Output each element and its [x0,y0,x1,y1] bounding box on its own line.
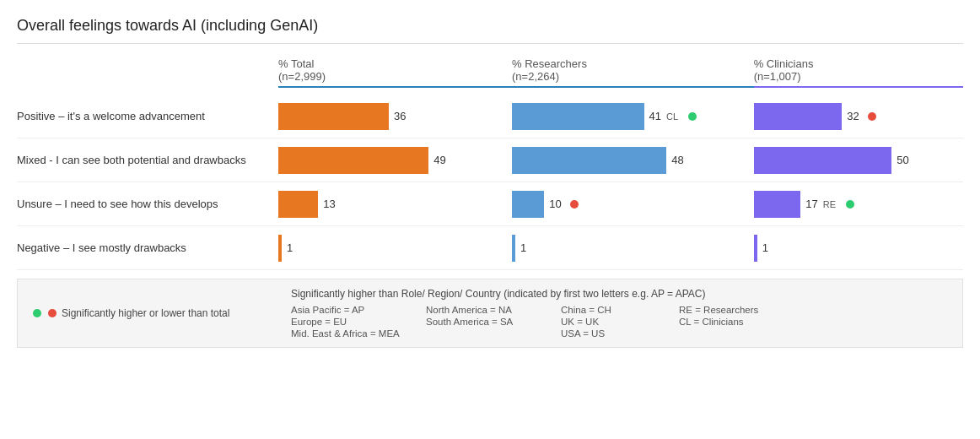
sig-header: Significantly higher than Role/ Region/ … [291,288,950,300]
total-bar [278,235,282,262]
chart-title: Overall feelings towards AI (including G… [17,17,963,44]
researchers-bar [512,235,515,262]
chart-row: Mixed - I can see both potential and dra… [17,138,963,182]
clinicians-bar [754,191,801,218]
total-value: 1 [287,241,293,254]
bar-section-clinicians: 32 [754,103,963,130]
col-header-total: % Total (n=2,999) [278,57,512,88]
legend-item: South America = SA [426,317,561,327]
legend-item: North America = NA [426,305,561,315]
chart-row: Unsure – I need to see how this develops… [17,182,963,226]
clinicians-dot [846,200,854,209]
legend-item: USA = US [561,328,679,339]
legend-right: Significantly higher than Role/ Region/ … [291,288,950,339]
chart-container: Overall feelings towards AI (including G… [0,0,980,356]
researchers-value: 48 [671,154,683,166]
chart-row: Negative – I see mostly drawbacks111 [17,226,963,270]
clinicians-bar [754,147,892,174]
legend-sig: Significantly higher or lower than total [30,288,291,339]
sig-label: Significantly higher or lower than total [62,307,229,319]
clinicians-bar [754,235,757,262]
legend-item: CL = Clinicians [679,317,831,327]
total-value: 49 [433,154,445,166]
legend-item: Mid. East & Africa = MEA [291,328,426,339]
legend-grid: Asia Pacific = APNorth America = NAChina… [291,305,950,339]
total-bar [278,103,389,130]
clinicians-value: 32 [847,110,859,122]
chart-row: Positive – it's a welcome advancement364… [17,95,963,138]
col-header-clinicians: % Clinicians (n=1,007) [754,57,963,88]
row-label: Positive – it's a welcome advancement [17,110,278,122]
bar-section-researchers: 1 [512,235,754,262]
bar-section-researchers: 48 [512,147,754,174]
dot-green [33,309,41,317]
total-bar [278,147,428,174]
clinicians-dot [868,112,876,121]
researchers-value: 1 [520,241,526,254]
total-value: 13 [323,198,335,210]
legend-item: UK = UK [561,317,679,327]
legend-item: China = CH [561,305,679,315]
row-label: Mixed - I can see both potential and dra… [17,154,278,166]
clinicians-sub: (n=1,007) [754,70,801,83]
row-label: Unsure – I need to see how this develops [17,198,278,210]
total-sub: (n=2,999) [278,70,326,83]
clinicians-label: % Clinicians [754,57,814,70]
legend-item: Europe = EU [291,317,426,327]
clinicians-value: 1 [762,241,768,254]
clinicians-value: 17 [805,198,817,210]
bar-section-total: 13 [278,191,512,218]
total-label: % Total [278,57,314,70]
legend-item: Asia Pacific = AP [291,305,426,315]
legend-item: RE = Researchers [679,305,831,315]
bar-section-researchers: 41CL [512,103,754,130]
row-label: Negative – I see mostly drawbacks [17,241,278,254]
researchers-bar [512,191,544,218]
researchers-dot [570,200,579,209]
chart-header-row: % Total (n=2,999) % Researchers (n=2,264… [17,57,963,88]
researchers-label: % Researchers [512,57,587,70]
total-value: 36 [394,110,406,122]
chart-body: Positive – it's a welcome advancement364… [17,95,963,270]
legend-item [679,328,831,339]
clinicians-bar [754,103,843,130]
bar-section-clinicians: 1 [754,235,963,262]
bar-section-total: 36 [278,103,512,130]
dot-red [48,309,57,317]
researchers-bar [512,147,666,174]
clinicians-badge-text: RE [823,199,836,209]
total-bar [278,191,318,218]
legend-dots [30,309,57,317]
col-header-researchers: % Researchers (n=2,264) [512,57,754,88]
researchers-value: 41 [649,110,661,122]
legend-item [426,328,561,339]
researchers-sub: (n=2,264) [512,70,559,83]
clinicians-value: 50 [897,154,908,166]
bar-section-total: 1 [278,235,512,262]
researchers-dot [688,112,697,121]
researchers-bar [512,103,644,130]
bar-section-clinicians: 17RE [754,191,963,218]
researchers-value: 10 [549,198,561,210]
researchers-badge-text: CL [666,111,678,122]
bar-section-researchers: 10 [512,191,754,218]
bar-section-clinicians: 50 [754,147,963,174]
bar-section-total: 49 [278,147,512,174]
legend-area: Significantly higher or lower than total… [17,279,963,348]
